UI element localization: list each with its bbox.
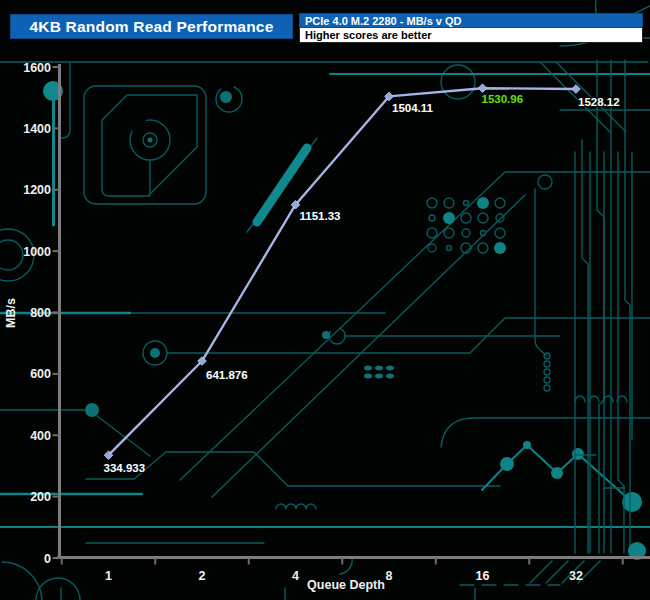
x-tick-label: 4 <box>292 569 299 583</box>
chart-subtitle-box: PCIe 4.0 M.2 2280 - MB/s v QD Higher sco… <box>299 13 643 43</box>
x-tick-label: 1 <box>105 569 112 583</box>
chart-content: 0200400600800100012001400160012481632334… <box>23 61 623 584</box>
y-tick-label: 600 <box>30 367 51 381</box>
y-tick-label: 0 <box>44 552 51 566</box>
data-point-marker <box>572 85 581 94</box>
subtitle-bar: PCIe 4.0 M.2 2280 - MB/s v QD <box>299 13 643 28</box>
y-tick-label: 400 <box>30 429 51 443</box>
note-bar: Higher scores are better <box>299 28 643 43</box>
data-point-label: 1528.12 <box>578 96 620 108</box>
data-point-label: 1530.96 <box>482 93 524 105</box>
data-point-label: 334.933 <box>104 462 146 474</box>
x-tick-label: 8 <box>386 569 393 583</box>
page-title: 4KB Random Read Performance <box>30 18 274 35</box>
chart-title-bar: 4KB Random Read Performance <box>10 14 293 39</box>
series-line <box>109 88 577 455</box>
y-tick-label: 1000 <box>23 245 51 259</box>
data-point-marker <box>478 84 487 93</box>
y-tick-label: 1600 <box>23 61 51 75</box>
benchmark-chart: 0200400600800100012001400160012481632334… <box>0 0 650 600</box>
y-tick-label: 800 <box>30 306 51 320</box>
y-tick-label: 200 <box>30 490 51 504</box>
data-point-label: 1504.11 <box>392 102 434 114</box>
x-tick-label: 16 <box>476 569 490 583</box>
x-axis-title: Queue Depth <box>307 578 385 592</box>
x-tick-label: 32 <box>569 569 583 583</box>
y-axis-title: MB/s <box>4 298 18 328</box>
chart-canvas: 0200400600800100012001400160012481632334… <box>0 0 650 600</box>
y-tick-label: 1200 <box>23 183 51 197</box>
x-tick-label: 2 <box>199 569 206 583</box>
data-point-label: 1151.33 <box>300 210 341 222</box>
data-point-label: 641.876 <box>206 369 248 381</box>
y-tick-label: 1400 <box>23 122 51 136</box>
